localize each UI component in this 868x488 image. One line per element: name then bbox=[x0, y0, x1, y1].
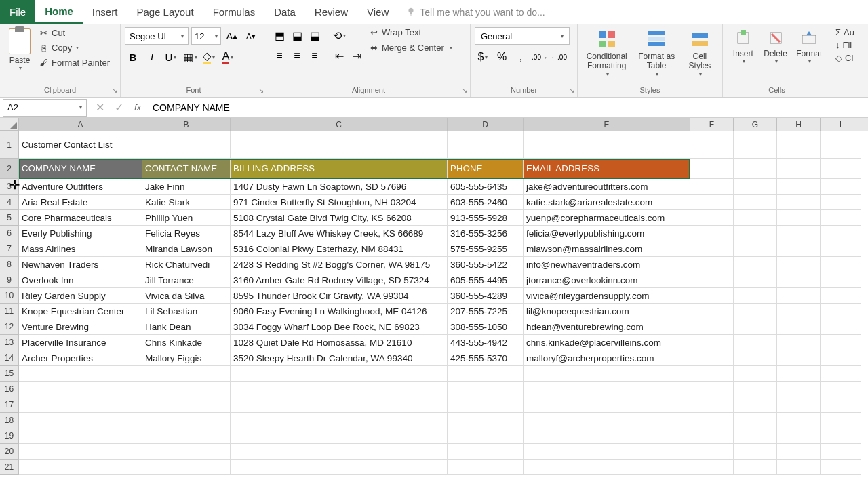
cell[interactable] bbox=[734, 241, 777, 257]
cell[interactable]: 605-555-6435 bbox=[448, 179, 524, 195]
clear-button[interactable]: ◇Cl bbox=[835, 53, 853, 63]
column-header-C[interactable]: C bbox=[231, 118, 448, 131]
cell[interactable] bbox=[19, 460, 142, 475]
cell[interactable]: EMAIL ADDRESS bbox=[524, 159, 690, 179]
cell[interactable] bbox=[231, 444, 448, 460]
cell[interactable] bbox=[524, 131, 690, 159]
cancel-formula-button[interactable]: ✕ bbox=[90, 99, 109, 117]
cell[interactable] bbox=[821, 460, 861, 475]
cell[interactable] bbox=[821, 413, 861, 428]
cell[interactable] bbox=[734, 272, 777, 288]
row-header[interactable]: 6 bbox=[0, 226, 19, 241]
row-header[interactable]: 9 bbox=[0, 272, 19, 288]
delete-cells-button[interactable]: Delete▾ bbox=[760, 27, 792, 66]
cell[interactable] bbox=[448, 460, 524, 475]
cell[interactable] bbox=[821, 179, 861, 195]
tab-insert[interactable]: Insert bbox=[83, 0, 127, 24]
cell[interactable]: Lil Sebastian bbox=[142, 304, 231, 319]
cell[interactable] bbox=[690, 413, 734, 428]
cell[interactable] bbox=[734, 460, 777, 475]
cell[interactable]: 5316 Colonial Pkwy Esterhazy, NM 88431 bbox=[231, 241, 448, 257]
cell[interactable] bbox=[777, 131, 821, 159]
cell[interactable] bbox=[777, 241, 821, 257]
tab-home[interactable]: Home bbox=[35, 0, 83, 24]
tab-view[interactable]: View bbox=[357, 0, 398, 24]
cell[interactable]: 2428 S Redding St #2 Bogg's Corner, WA 9… bbox=[231, 257, 448, 272]
cell[interactable]: 1028 Quiet Dale Rd Homosassa, MD 21610 bbox=[231, 335, 448, 350]
cell[interactable] bbox=[734, 382, 777, 397]
cell[interactable] bbox=[448, 131, 524, 159]
cell[interactable] bbox=[777, 272, 821, 288]
cell[interactable] bbox=[19, 366, 142, 382]
cell[interactable] bbox=[734, 335, 777, 350]
merge-center-button[interactable]: ⬌Merge & Center▾ bbox=[370, 43, 452, 53]
cell[interactable] bbox=[777, 350, 821, 366]
cell[interactable] bbox=[734, 397, 777, 413]
cell[interactable] bbox=[734, 413, 777, 428]
cell[interactable]: 575-555-9255 bbox=[448, 241, 524, 257]
align-middle-button[interactable]: ⬓ bbox=[289, 27, 305, 43]
cell[interactable] bbox=[734, 131, 777, 159]
cell[interactable]: Overlook Inn bbox=[19, 272, 142, 288]
cell[interactable]: 9060 Easy Evening Ln Walkinghood, ME 041… bbox=[231, 304, 448, 319]
cell[interactable] bbox=[690, 159, 734, 179]
cell[interactable] bbox=[777, 319, 821, 335]
column-header-B[interactable]: B bbox=[142, 118, 231, 131]
tab-data[interactable]: Data bbox=[264, 0, 305, 24]
cell[interactable] bbox=[231, 131, 448, 159]
cell[interactable]: Aria Real Estate bbox=[19, 195, 142, 210]
row-header[interactable]: 5 bbox=[0, 210, 19, 226]
cell[interactable]: 603-555-2460 bbox=[448, 195, 524, 210]
conditional-formatting-button[interactable]: Conditional Formatting▾ bbox=[582, 27, 631, 79]
font-name-dropdown[interactable]: Segoe UI▾ bbox=[125, 27, 189, 45]
cell[interactable]: Riley Garden Supply bbox=[19, 288, 142, 304]
cell[interactable]: Core Pharmaceuticals bbox=[19, 210, 142, 226]
cell[interactable]: malloryf@archerproperties.com bbox=[524, 350, 690, 366]
cell[interactable]: Venture Brewing bbox=[19, 319, 142, 335]
cell[interactable]: Phillip Yuen bbox=[142, 210, 231, 226]
decrease-font-button[interactable]: A▾ bbox=[243, 28, 259, 44]
cell[interactable] bbox=[821, 241, 861, 257]
cell[interactable] bbox=[777, 304, 821, 319]
cell[interactable] bbox=[734, 366, 777, 382]
cell[interactable] bbox=[142, 131, 231, 159]
cell[interactable] bbox=[821, 272, 861, 288]
copy-button[interactable]: ⎘ Copy ▾ bbox=[38, 42, 110, 53]
row-header[interactable]: 8 bbox=[0, 257, 19, 272]
cell[interactable]: Knope Equestrian Center bbox=[19, 304, 142, 319]
cell[interactable]: felicia@everlypublishing.com bbox=[524, 226, 690, 241]
row-header[interactable]: 15 bbox=[0, 366, 19, 382]
tab-review[interactable]: Review bbox=[305, 0, 357, 24]
underline-button[interactable]: U▾ bbox=[163, 49, 179, 65]
row-header[interactable]: 1 bbox=[0, 131, 19, 159]
cell[interactable] bbox=[524, 382, 690, 397]
tell-me-search[interactable]: Tell me what you want to do... bbox=[406, 7, 545, 18]
cut-button[interactable]: ✂ Cut bbox=[38, 27, 110, 38]
row-header[interactable]: 14 bbox=[0, 350, 19, 366]
cell[interactable] bbox=[524, 428, 690, 444]
row-header[interactable]: 13 bbox=[0, 335, 19, 350]
cell[interactable]: lil@knopeequestrian.com bbox=[524, 304, 690, 319]
paste-button[interactable]: Paste ▾ bbox=[4, 27, 35, 73]
cell[interactable]: chris.kinkade@placervilleins.com bbox=[524, 335, 690, 350]
dialog-launcher-icon[interactable]: ↘ bbox=[569, 87, 574, 94]
insert-cells-button[interactable]: Insert▾ bbox=[727, 27, 760, 66]
cell[interactable] bbox=[231, 397, 448, 413]
cell[interactable]: 360-555-4289 bbox=[448, 288, 524, 304]
cell[interactable]: 1407 Dusty Fawn Ln Soaptown, SD 57696 bbox=[231, 179, 448, 195]
cell[interactable] bbox=[19, 382, 142, 397]
cell[interactable] bbox=[734, 226, 777, 241]
cell[interactable]: CONTACT NAME bbox=[142, 159, 231, 179]
cell[interactable] bbox=[777, 444, 821, 460]
row-header[interactable]: 10 bbox=[0, 288, 19, 304]
cell[interactable] bbox=[821, 350, 861, 366]
cell[interactable] bbox=[777, 288, 821, 304]
row-header[interactable]: 3 bbox=[0, 179, 19, 195]
cell[interactable] bbox=[734, 319, 777, 335]
align-top-button[interactable]: ⬒ bbox=[271, 27, 288, 43]
cell[interactable] bbox=[777, 159, 821, 179]
cell[interactable]: BILLING ADDRESS bbox=[231, 159, 448, 179]
cell[interactable] bbox=[19, 397, 142, 413]
cell[interactable]: 3160 Amber Gate Rd Rodney Village, SD 57… bbox=[231, 272, 448, 288]
spreadsheet-grid[interactable]: ABCDEFGHI 1Customer Contact List2COMPANY… bbox=[0, 118, 868, 475]
